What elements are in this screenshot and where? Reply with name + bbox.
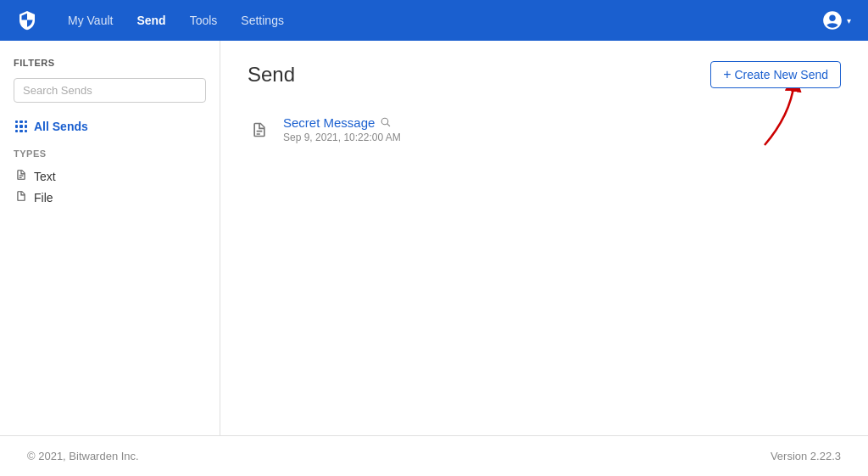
create-btn-label: Create New Send: [734, 68, 828, 81]
sidebar: FILTERS All Sends TYPES Text File: [0, 41, 220, 435]
page-title: Send: [248, 63, 295, 87]
send-item-date: Sep 9, 2021, 10:22:00 AM: [283, 132, 401, 143]
footer-version: Version 2.22.3: [771, 450, 841, 462]
content-area: Send + Create New Send: [220, 41, 868, 435]
send-item-info: Secret Message Sep 9, 2021, 10:22:00 AM: [283, 115, 401, 143]
send-item-icon: [248, 121, 271, 138]
search-badge-icon: [380, 116, 391, 130]
file-icon: [15, 190, 27, 204]
filter-text-label: Text: [34, 170, 56, 183]
logo: [17, 10, 37, 31]
footer: © 2021, Bitwarden Inc. Version 2.22.3: [0, 435, 868, 476]
search-wrapper: [14, 78, 206, 103]
sends-list: Secret Message Sep 9, 2021, 10:22:00 AM: [248, 109, 841, 150]
search-input[interactable]: [14, 78, 206, 103]
create-new-send-button[interactable]: + Create New Send: [710, 61, 841, 88]
main-wrapper: FILTERS All Sends TYPES Text File: [0, 41, 868, 435]
filter-file-label: File: [34, 191, 53, 204]
filter-file[interactable]: File: [14, 187, 206, 208]
navbar-links: My Vault Send Tools Settings: [58, 8, 821, 32]
grid-icon: [15, 120, 27, 132]
filter-text[interactable]: Text: [14, 165, 206, 187]
nav-settings[interactable]: Settings: [231, 8, 294, 32]
types-label: TYPES: [14, 148, 206, 159]
svg-line-1: [387, 123, 390, 126]
plus-icon: +: [723, 67, 731, 82]
nav-tools[interactable]: Tools: [180, 8, 228, 32]
svg-point-0: [382, 118, 389, 125]
user-menu[interactable]: ▾: [821, 9, 851, 31]
send-item-name: Secret Message: [283, 115, 401, 130]
footer-copyright: © 2021, Bitwarden Inc.: [27, 450, 139, 462]
user-chevron: ▾: [847, 16, 851, 25]
content-header: Send + Create New Send: [248, 61, 841, 88]
all-sends-filter[interactable]: All Sends: [14, 116, 206, 137]
nav-my-vault[interactable]: My Vault: [58, 8, 123, 32]
send-item[interactable]: Secret Message Sep 9, 2021, 10:22:00 AM: [248, 109, 841, 150]
nav-send[interactable]: Send: [126, 8, 175, 32]
navbar: My Vault Send Tools Settings ▾: [0, 0, 868, 41]
all-sends-label: All Sends: [34, 120, 88, 133]
text-icon: [15, 169, 27, 183]
filters-label: FILTERS: [14, 58, 206, 68]
